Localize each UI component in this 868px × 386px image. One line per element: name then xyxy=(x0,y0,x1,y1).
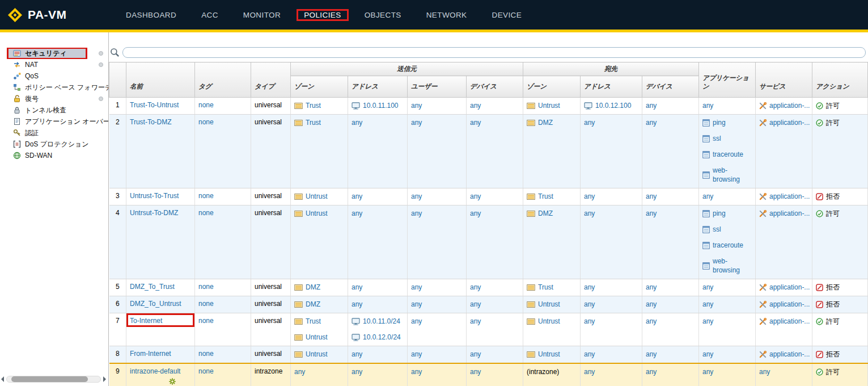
tag-value[interactable]: none xyxy=(198,192,214,200)
sidebar-item-policy-based-forwarding[interactable]: ポリシー ベース フォワーディ xyxy=(0,82,108,93)
cell-value[interactable]: application-... xyxy=(769,192,810,201)
sidebar-item-tunnel-inspection[interactable]: トンネル検査 xyxy=(0,104,108,116)
cell-value[interactable]: any xyxy=(470,118,481,127)
col-header-source-zone[interactable]: ゾーン xyxy=(291,76,348,98)
cell-value[interactable]: any xyxy=(702,350,713,359)
cell-value[interactable]: any xyxy=(702,367,713,376)
cell-value[interactable]: any xyxy=(646,118,657,127)
cell-value[interactable]: any xyxy=(470,101,481,110)
sidebar-horizontal-scrollbar[interactable] xyxy=(1,375,106,383)
cell-value[interactable]: any xyxy=(646,283,657,292)
rule-name-link[interactable]: Untrust-To-Trust xyxy=(130,192,179,200)
cell-value[interactable]: any xyxy=(470,283,481,292)
cell-value[interactable]: any xyxy=(646,209,657,218)
cell-value[interactable]: any xyxy=(411,283,422,292)
cell-value[interactable]: Untrust xyxy=(306,333,328,342)
cell-value[interactable]: ping xyxy=(713,209,726,218)
rule-name-link[interactable]: intrazone-default xyxy=(130,367,180,375)
rule-row[interactable]: 9intrazone-defaultnoneintrazoneanyanyany… xyxy=(109,363,868,386)
cell-value[interactable]: any xyxy=(702,192,713,201)
cell-value[interactable]: 10.0.12.100 xyxy=(595,101,631,110)
cell-value[interactable]: ssl xyxy=(713,225,721,234)
cell-value[interactable]: Untrust xyxy=(538,350,560,359)
sidebar-item-nat[interactable]: NAT xyxy=(0,59,108,70)
cell-value[interactable]: any xyxy=(584,283,595,292)
cell-value[interactable]: any xyxy=(411,300,422,309)
nav-tab-device[interactable]: DEVICE xyxy=(479,6,534,24)
cell-value[interactable]: any xyxy=(352,192,362,201)
cell-value[interactable]: Untrust xyxy=(538,101,560,110)
cell-value[interactable]: any xyxy=(411,209,422,218)
cell-value[interactable]: Untrust xyxy=(306,209,328,218)
cell-value[interactable]: any xyxy=(646,367,657,376)
cell-value[interactable]: web-browsing xyxy=(713,257,752,275)
scroll-thumb[interactable] xyxy=(11,376,88,382)
col-header-destination-zone[interactable]: ゾーン xyxy=(523,76,581,98)
col-header-source-device[interactable]: デバイス xyxy=(467,76,523,98)
cell-value[interactable]: application-... xyxy=(769,300,810,309)
cell-value[interactable]: any xyxy=(646,101,657,110)
col-header-number[interactable] xyxy=(109,62,126,98)
cell-value[interactable]: any xyxy=(584,317,595,326)
cell-value[interactable]: any xyxy=(411,317,422,326)
cell-value[interactable]: any xyxy=(352,350,362,359)
scroll-left-arrow-icon[interactable] xyxy=(1,376,4,382)
rule-name-link[interactable]: Trust-To-Untrust xyxy=(130,101,179,109)
cell-value[interactable]: any xyxy=(584,209,595,218)
rule-row[interactable]: 5DMZ_To_TrustnoneuniversalDMZanyanyanyTr… xyxy=(109,279,868,296)
cell-value[interactable]: Untrust xyxy=(538,300,560,309)
sidebar-item-authentication[interactable]: 認証 xyxy=(0,127,108,139)
rule-row[interactable]: 7To-InternetnoneuniversalTrustUntrust10.… xyxy=(109,313,868,346)
cell-value[interactable]: any xyxy=(702,317,713,326)
col-header-destination-device[interactable]: デバイス xyxy=(642,76,699,98)
cell-value[interactable]: any xyxy=(759,367,770,376)
cell-value[interactable]: any xyxy=(352,118,362,127)
cell-value[interactable]: any xyxy=(411,192,422,201)
cell-value[interactable]: any xyxy=(584,367,595,376)
nav-tab-dashboard[interactable]: DASHBOARD xyxy=(113,6,189,24)
col-header-service[interactable]: サービス xyxy=(756,62,812,98)
rule-name-link[interactable]: Untrsut-To-DMZ xyxy=(130,209,178,217)
cell-value[interactable]: any xyxy=(584,300,595,309)
rule-row[interactable]: 2Trust-To-DMZnoneuniversalTrustanyanyany… xyxy=(109,115,868,188)
scroll-track[interactable] xyxy=(6,376,101,383)
rule-name-link[interactable]: DMZ_To_Trust xyxy=(130,283,175,291)
cell-value[interactable]: DMZ xyxy=(306,283,320,292)
col-header-source-user[interactable]: ユーザー xyxy=(408,76,467,98)
sidebar-item-dos-protection[interactable]: DoS プロテクション xyxy=(0,139,108,150)
col-header-source-address[interactable]: アドレス xyxy=(348,76,408,98)
tag-value[interactable]: none xyxy=(198,209,214,217)
nav-tab-monitor[interactable]: MONITOR xyxy=(231,6,293,24)
cell-value[interactable]: DMZ xyxy=(538,209,553,218)
cell-value[interactable]: any xyxy=(352,367,362,376)
cell-value[interactable]: application-... xyxy=(769,317,810,326)
cell-value[interactable]: 10.0.11.0/24 xyxy=(363,317,400,326)
tag-value[interactable]: none xyxy=(198,118,214,126)
cell-value[interactable]: any xyxy=(646,192,657,201)
cell-value[interactable]: any xyxy=(470,317,481,326)
col-header-name[interactable]: 名前 xyxy=(126,62,195,98)
col-header-type[interactable]: タイプ xyxy=(251,62,291,98)
tag-value[interactable]: none xyxy=(198,300,214,308)
rule-row[interactable]: 4Untrsut-To-DMZnoneuniversalUntrustanyan… xyxy=(109,205,868,279)
cell-value[interactable]: Trust xyxy=(538,192,553,201)
tag-value[interactable]: none xyxy=(198,101,214,109)
cell-value[interactable]: 10.0.11.100 xyxy=(363,101,399,110)
cell-value[interactable]: any xyxy=(702,101,713,110)
nav-tab-objects[interactable]: OBJECTS xyxy=(352,6,414,24)
rule-name-link[interactable]: DMZ_To_Untrust xyxy=(130,300,181,308)
cell-value[interactable]: DMZ xyxy=(538,118,553,127)
cell-value[interactable]: any xyxy=(352,283,362,292)
rule-row[interactable]: 1Trust-To-UntrustnoneuniversalTrust10.0.… xyxy=(109,98,868,115)
cell-value[interactable]: 10.0.12.0/24 xyxy=(363,333,401,342)
sidebar-item-sd-wan[interactable]: SD-WAN xyxy=(0,150,108,161)
cell-value[interactable]: application-... xyxy=(769,101,810,110)
rule-row[interactable]: 8From-InternetnoneuniversalUntrustanyany… xyxy=(109,346,868,364)
cell-value[interactable]: any xyxy=(470,350,481,359)
cell-value[interactable]: ssl xyxy=(713,134,721,143)
cell-value[interactable]: Untrust xyxy=(306,192,328,201)
rule-row[interactable]: 6DMZ_To_UntrustnoneuniversalDMZanyanyany… xyxy=(109,296,868,313)
nav-tab-network[interactable]: NETWORK xyxy=(414,6,480,24)
cell-value[interactable]: any xyxy=(584,192,595,201)
cell-value[interactable]: application-... xyxy=(769,118,810,127)
